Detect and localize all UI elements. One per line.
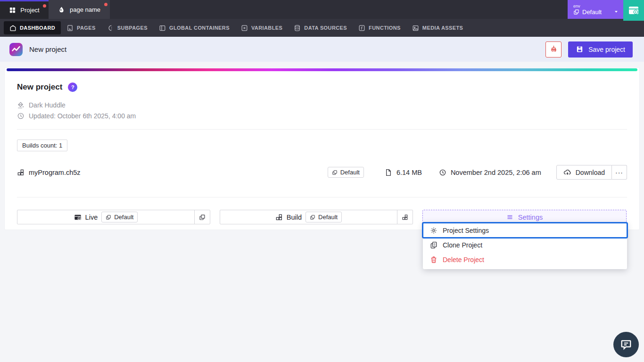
nav-subpages[interactable]: SUBPAGES: [101, 21, 153, 34]
live-env-badge-label: Default: [114, 214, 133, 221]
build-file-name: myProgram.ch5z: [17, 169, 81, 176]
gradient-accent-bar: [7, 68, 637, 71]
build-env-badge: Default: [305, 212, 342, 222]
settings-button-label: Settings: [518, 214, 543, 221]
clock-icon: [17, 112, 25, 120]
layers-icon: [573, 9, 579, 15]
nav-label: SUBPAGES: [117, 25, 148, 31]
environment-dropdown[interactable]: env Default: [568, 0, 623, 19]
file-name-label: myProgram.ch5z: [29, 169, 81, 176]
hamburger-icon: [506, 214, 513, 221]
package-icon: [402, 214, 408, 221]
chat-icon: [620, 338, 632, 351]
window-play-icon: [628, 5, 639, 16]
variable-icon: [241, 25, 248, 32]
nav-pages[interactable]: PAGES: [61, 21, 101, 34]
copy-icon: [430, 241, 438, 249]
nav-label: PAGES: [77, 25, 96, 31]
droplet-icon: [58, 6, 65, 13]
menu-item-label: Project Settings: [443, 227, 489, 234]
theme-name: Dark Huddle: [29, 101, 66, 109]
topbar-spacer: [110, 0, 568, 19]
top-bar: Project page name env Default: [0, 0, 644, 19]
nav-label: VARIABLES: [251, 25, 282, 31]
menu-item-clone-project[interactable]: Clone Project: [423, 238, 627, 252]
environment-dropdown-label: env: [573, 4, 619, 8]
gear-icon: [430, 227, 438, 234]
layers-icon: [310, 214, 315, 220]
live-env-badge: Default: [101, 212, 138, 222]
nav-variables[interactable]: VARIABLES: [235, 21, 288, 34]
divider: [17, 197, 627, 197]
build-label: Build: [287, 214, 302, 221]
nav-label: FUNCTIONS: [369, 25, 401, 31]
build-env-badge-label: Default: [318, 214, 338, 221]
file-date-label: November 2nd 2025, 2:06 am: [451, 169, 541, 176]
nav-functions[interactable]: FUNCTIONS: [353, 21, 406, 34]
save-project-label: Save project: [588, 46, 625, 53]
cloud-download-icon: [563, 168, 571, 176]
nav-dashboard[interactable]: DASHBOARD: [4, 21, 61, 34]
layers-icon: [106, 214, 111, 220]
live-target-selector[interactable]: Live Default: [17, 210, 210, 224]
divider: [17, 129, 627, 130]
layers-icon: [332, 170, 338, 175]
grid-icon: [9, 7, 16, 14]
floppy-icon: [576, 45, 584, 53]
clock-icon: [439, 169, 446, 176]
menu-item-label: Delete Project: [443, 256, 484, 263]
page-tab[interactable]: page name: [49, 0, 110, 19]
page-icon: [66, 25, 74, 32]
project-header-bar: New project Save project: [0, 37, 644, 62]
file-size-label: 6.14 MB: [396, 169, 422, 176]
subpages-icon: [107, 25, 114, 32]
nav-global-containers[interactable]: GLOBAL CONTAINERS: [153, 21, 235, 34]
home-icon: [9, 25, 17, 32]
chat-widget-button[interactable]: [613, 332, 639, 357]
page-notification-dot: [104, 3, 107, 6]
package-icon: [17, 169, 25, 176]
nav-label: DASHBOARD: [20, 25, 55, 31]
file-env-badge-label: Default: [340, 169, 360, 176]
project-notification-dot: [43, 4, 46, 8]
nav-label: DATA SOURCES: [304, 25, 347, 31]
nav-data-sources[interactable]: DATA SOURCES: [288, 21, 353, 34]
project-card: New project ? Dark Huddle Updated: Octob…: [5, 68, 639, 230]
database-icon: [294, 25, 301, 32]
file-date: November 2nd 2025, 2:06 am: [439, 169, 541, 176]
file-env-badge: Default: [328, 167, 364, 178]
section-nav: DASHBOARD PAGES SUBPAGES GLOBAL CONTAINE…: [0, 19, 644, 37]
preview-button[interactable]: [623, 0, 644, 21]
menu-item-project-settings[interactable]: Project Settings: [423, 223, 627, 238]
page-tab-label: page name: [70, 6, 100, 13]
layers-icon: [199, 214, 206, 221]
layout-icon: [159, 25, 166, 32]
build-target-selector[interactable]: Build Default: [220, 210, 413, 224]
menu-item-label: Clone Project: [443, 241, 482, 249]
paint-bucket-icon: [17, 101, 25, 109]
menu-item-delete-project[interactable]: Delete Project: [423, 252, 627, 267]
updated-text: Updated: October 6th 2025, 4:00 am: [29, 112, 136, 120]
project-tab[interactable]: Project: [0, 0, 49, 19]
project-tab-label: Project: [20, 7, 39, 14]
live-label: Live: [85, 214, 98, 221]
app-logo: [9, 43, 23, 56]
file-size: 6.14 MB: [385, 169, 422, 176]
file-icon: [385, 169, 392, 176]
builds-count-badge: Builds count: 1: [17, 140, 67, 151]
build-picker-button[interactable]: [397, 210, 413, 224]
broom-icon: [549, 45, 558, 54]
live-window-icon: [74, 214, 82, 221]
nav-label: MEDIA ASSETS: [422, 25, 463, 31]
save-project-button[interactable]: Save project: [568, 41, 633, 58]
download-label: Download: [576, 169, 605, 176]
nav-media-assets[interactable]: MEDIA ASSETS: [406, 21, 469, 34]
clean-build-button[interactable]: [545, 41, 561, 58]
download-button[interactable]: Download: [556, 165, 612, 180]
help-badge[interactable]: ?: [68, 82, 77, 92]
live-env-picker-button[interactable]: [194, 210, 210, 224]
nav-label: GLOBAL CONTAINERS: [169, 25, 230, 31]
file-more-button[interactable]: ···: [612, 165, 627, 180]
settings-menu: Project Settings Clone Project Delete Pr…: [423, 222, 627, 269]
environment-dropdown-value: Default: [582, 8, 602, 16]
